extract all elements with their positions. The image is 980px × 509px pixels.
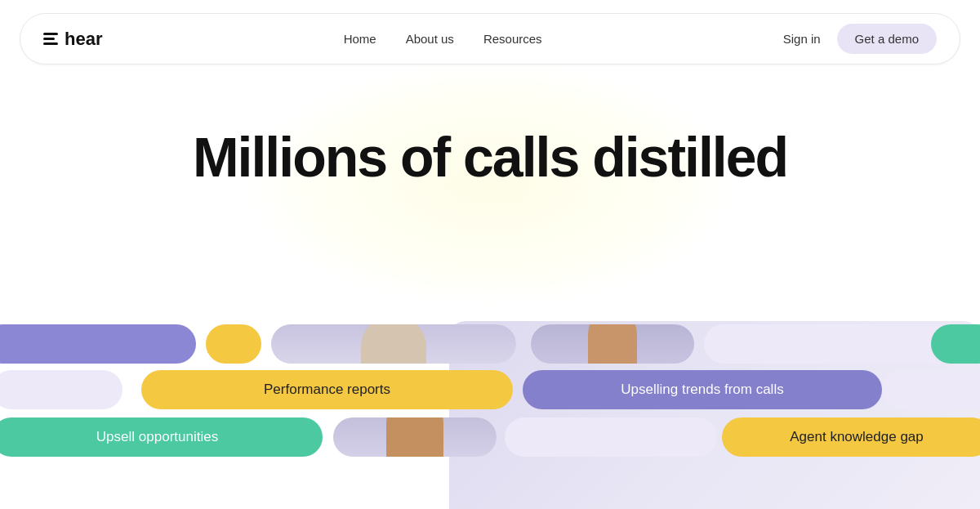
pill-purple-row1: [0, 324, 196, 364]
agent-knowledge-label: Agent knowledge gap: [790, 429, 924, 445]
hero-title: Millions of calls distilled: [0, 127, 980, 188]
pill-upsell-opportunities: Upsell opportunities: [0, 417, 323, 457]
pill-light-wide-row1: [704, 324, 957, 364]
logo[interactable]: hear: [43, 29, 102, 50]
pill-person-image-row3: [333, 417, 497, 457]
upsell-opportunities-label: Upsell opportunities: [96, 429, 218, 445]
pill-image-center-row1: [271, 324, 516, 364]
sign-in-button[interactable]: Sign in: [783, 32, 821, 46]
get-demo-button[interactable]: Get a demo: [837, 24, 937, 54]
logo-text: hear: [65, 29, 102, 50]
nav-link-resources[interactable]: Resources: [483, 32, 542, 46]
pill-light-left-row2: [0, 370, 122, 409]
nav-links: Home About us Resources: [344, 32, 542, 46]
nav-link-about[interactable]: About us: [406, 32, 454, 46]
pill-light-right-row2: [882, 370, 980, 409]
pill-light-med-row3: [505, 417, 717, 457]
pill-performance-reports: Performance reports: [141, 370, 513, 409]
performance-reports-label: Performance reports: [264, 382, 390, 398]
nav-link-home[interactable]: Home: [344, 32, 376, 46]
pill-yellow-small-row1: [206, 324, 261, 364]
navbar: hear Home About us Resources Sign in Get…: [20, 13, 960, 65]
pill-agent-knowledge: Agent knowledge gap: [722, 417, 980, 457]
pill-headset-person-row1: [531, 324, 694, 364]
pill-upselling-trends: Upselling trends from calls: [523, 370, 882, 409]
logo-icon: [43, 33, 58, 45]
upselling-trends-label: Upselling trends from calls: [621, 382, 783, 398]
bottom-section: Performance reports Upselling trends fro…: [0, 321, 980, 509]
pill-green-row1: [931, 324, 980, 364]
hero-section: Millions of calls distilled: [0, 78, 980, 221]
nav-actions: Sign in Get a demo: [783, 24, 937, 54]
